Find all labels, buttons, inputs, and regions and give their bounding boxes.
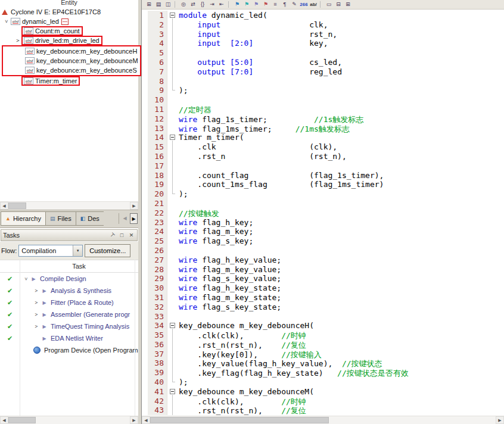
scroll-thumb[interactable] [8,417,36,423]
fold-margin [167,152,179,161]
tab-scroll-left-icon[interactable]: ◀ [121,213,129,224]
fold-margin[interactable] [167,11,179,20]
template-icon[interactable]: ¶ [281,1,289,8]
collapse-region-icon[interactable] [170,13,175,18]
hierarchy-item[interactable]: abdkey_debounce:m_key_debounceM [3,56,140,66]
tab-hierarchy[interactable]: ▲Hierarchy [1,211,46,226]
task-row[interactable]: ✔>▶Assembler (Generate progr [0,308,138,320]
expand-icon[interactable]: > [33,312,40,317]
task-row[interactable]: ✔>▶Analysis & Synthesis [0,285,138,297]
root-module-row[interactable]: > abd dynamic_led [0,17,138,26]
scroll-track[interactable] [150,416,496,424]
new-file-icon[interactable]: ⊞ [145,1,153,8]
task-label: Assembler (Generate progr [49,311,130,318]
code-text: ); [179,378,504,387]
scroll-left-icon[interactable]: ◀ [142,416,150,424]
scroll-thumb[interactable] [8,202,26,209]
expand-icon[interactable]: > [14,38,21,43]
collapse-region-icon[interactable] [170,135,175,140]
code-line: 29wire flag_s_key_value; [142,274,504,283]
next-bookmark-icon[interactable]: ⚑ [242,1,251,8]
hierarchy-item[interactable]: abdTimer:m_timer [0,76,138,86]
hierarchy-item[interactable]: abdkey_debounce:m_key_debounceH [3,46,140,56]
scroll-right-icon[interactable]: ▶ [130,202,138,210]
hierarchy-item-content: abdCount:m_count [21,26,83,36]
flow-dropdown[interactable]: Compilation ▼ [18,245,83,257]
clear-bookmarks-icon[interactable]: ⚑ [262,1,270,8]
collapse-icon[interactable]: > [4,18,10,25]
line-number: 40 [148,378,167,387]
tab-files[interactable]: ▤Files [45,211,76,226]
fold-margin[interactable] [167,133,179,142]
full-screen-icon[interactable]: ▭ [325,1,333,8]
scroll-track[interactable] [8,202,130,210]
fold-margin [167,303,179,312]
task-row[interactable]: ✔>▶Fitter (Place & Route) [0,297,138,308]
navigator-hscrollbar[interactable]: ◀ ▶ [0,201,138,210]
dropdown-arrow-icon[interactable]: ▼ [73,245,82,256]
collapse-region-icon[interactable] [170,323,175,328]
fold-line [172,397,173,406]
scroll-track[interactable] [8,416,130,424]
code-line: 1module dynamic_led( [142,11,504,20]
tab-scroll-right-icon[interactable]: ▶ [130,213,138,224]
braces-icon[interactable]: {} [198,1,207,8]
editor-hscrollbar[interactable]: ◀ ▶ [142,416,504,424]
scroll-right-icon[interactable]: ▶ [130,416,138,424]
save-icon[interactable]: ◫ [164,1,172,8]
fold-margin[interactable] [167,321,179,331]
expand-icon[interactable]: > [23,275,29,282]
fold-margin [167,171,179,180]
code-line: 39 .key_flag(flag_h_key_state) //按键状态是否有… [142,368,504,378]
indent-icon[interactable]: ⇥ [208,1,216,8]
prev-bookmark-icon[interactable]: ⚑ [252,1,260,8]
code-text: .count_flag (flag_1s_timer), [179,171,504,180]
fold-margin [167,340,179,350]
code-area[interactable]: 1module dynamic_led(2 input clk,3 input … [142,10,504,416]
comment-icon[interactable]: ≡ [271,1,279,8]
expand-icon[interactable]: > [33,324,40,329]
hierarchy-item[interactable]: abdkey_debounce:m_key_debounceS [3,66,140,75]
fold-margin [167,180,179,189]
code-line: 8 [142,77,504,86]
expand-icon[interactable]: > [33,288,40,294]
code-line: 42 .clk(clk), //时钟 [142,397,504,406]
unindent-icon[interactable]: ⇤ [217,1,226,8]
find-icon[interactable]: ◎ [179,1,188,8]
line-count-badge[interactable]: 266 [300,1,308,8]
split-vertical-icon[interactable]: ⊞ [344,1,352,8]
scroll-left-icon[interactable]: ◀ [0,202,8,210]
line-number: 5 [148,48,167,58]
scroll-thumb[interactable] [150,417,329,423]
task-row[interactable]: ✔▶EDA Netlist Writer [0,332,138,344]
hierarchy-item[interactable]: abdCount:m_count [0,26,138,36]
task-row[interactable]: Program Device (Open Program [0,344,138,356]
expand-icon[interactable]: > [33,300,40,305]
replace-icon[interactable]: ⇄ [189,1,197,8]
scroll-left-icon[interactable]: ◀ [0,416,8,424]
tasks-hscrollbar[interactable]: ◀ ▶ [0,416,138,424]
scroll-right-icon[interactable]: ▶ [496,416,504,424]
tab-des[interactable]: ◧Des [76,211,104,226]
fold-margin [167,95,179,105]
code-text: output [5:0] cs_led, [179,58,504,67]
bookmark-toggle-icon[interactable]: ⚑ [233,1,241,8]
code-line: 25wire flag_s_key; [142,236,504,246]
device-row[interactable]: Cyclone IV E: EP4CE10F17C8 [0,7,138,17]
close-icon[interactable]: ✕ [127,232,135,238]
task-row[interactable]: ✔>▶TimeQuest Timing Analysis [0,320,138,332]
customize-button[interactable]: Customize... [85,244,130,257]
fold-margin[interactable] [167,387,179,397]
syntax-badge[interactable]: ab/ [309,1,318,8]
pencil-icon[interactable]: ✎ [290,1,298,8]
split-horizontal-icon[interactable]: ⊟ [334,1,343,8]
navigator-tabs: ▲Hierarchy▤Files◧Des [1,211,104,226]
float-icon[interactable]: □ [118,232,126,238]
pin-icon[interactable]: ⊤ [107,230,117,240]
code-text: key_debounce m_key_debounceM( [179,387,504,397]
hierarchy-item[interactable]: >abddrive_led:m_drive_led [0,36,138,45]
collapse-region-icon[interactable] [170,389,175,394]
open-file-icon[interactable]: ▤ [154,1,163,8]
fold-margin [167,105,179,114]
task-row[interactable]: ✔>▶Compile Design [0,273,138,285]
